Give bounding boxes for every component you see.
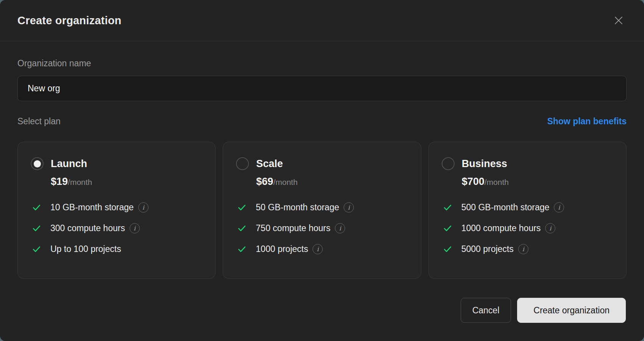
dialog-header: Create organization <box>0 0 644 41</box>
select-plan-row: Select plan Show plan benefits <box>17 116 627 127</box>
org-name-label: Organization name <box>17 58 627 69</box>
feature-row: 1000 projects i <box>236 243 408 255</box>
checkmark-icon <box>32 244 42 254</box>
plan-price: $69/month <box>256 176 408 188</box>
close-icon <box>613 15 624 26</box>
price-period: /month <box>273 178 297 186</box>
price-amount: $700 <box>462 176 485 187</box>
plan-features: 500 GB-month storage i 1000 compute hour… <box>442 202 613 255</box>
info-icon[interactable]: i <box>313 244 323 254</box>
create-organization-button[interactable]: Create organization <box>517 298 626 323</box>
plan-head: Scale <box>236 157 408 170</box>
dialog-title: Create organization <box>17 14 122 27</box>
feature-text: 1000 compute hours <box>461 223 541 233</box>
info-icon[interactable]: i <box>545 223 555 233</box>
price-period: /month <box>68 178 92 186</box>
info-icon[interactable]: i <box>554 202 564 213</box>
info-icon[interactable]: i <box>335 223 345 233</box>
checkmark-icon <box>32 203 42 212</box>
radio-business[interactable] <box>442 157 455 170</box>
feature-text: 300 compute hours <box>50 223 125 233</box>
feature-text: 10 GB-month storage <box>50 202 134 213</box>
price-amount: $69 <box>256 176 273 187</box>
feature-row: 300 compute hours i <box>31 222 202 234</box>
feature-row: 750 compute hours i <box>236 222 408 234</box>
plan-card-launch[interactable]: Launch $19/month 10 GB-month storage i 3… <box>17 142 216 279</box>
feature-text: 50 GB-month storage <box>256 202 339 213</box>
feature-text: 1000 projects <box>256 244 308 254</box>
checkmark-icon <box>443 224 453 233</box>
price-period: /month <box>485 178 509 186</box>
radio-scale[interactable] <box>236 157 249 170</box>
plan-card-scale[interactable]: Scale $69/month 50 GB-month storage i 75… <box>223 142 421 279</box>
dialog-body: Organization name Select plan Show plan … <box>0 41 644 298</box>
feature-text: 5000 projects <box>461 244 514 254</box>
plan-features: 10 GB-month storage i 300 compute hours … <box>31 202 202 255</box>
feature-text: Up to 100 projects <box>50 244 121 254</box>
feature-text: 500 GB-month storage <box>461 202 550 213</box>
plan-name: Launch <box>51 158 87 170</box>
checkmark-icon <box>443 244 453 254</box>
feature-text: 750 compute hours <box>256 223 330 233</box>
feature-row: 5000 projects i <box>442 243 613 255</box>
select-plan-label: Select plan <box>17 116 61 127</box>
org-name-input[interactable] <box>17 76 627 101</box>
feature-row: 50 GB-month storage i <box>236 202 408 213</box>
feature-row: 1000 compute hours i <box>442 222 613 234</box>
close-button[interactable] <box>611 13 627 28</box>
info-icon[interactable]: i <box>130 223 140 233</box>
plan-price: $19/month <box>51 176 202 188</box>
create-organization-dialog: Create organization Organization name Se… <box>0 0 644 341</box>
cancel-button[interactable]: Cancel <box>461 298 511 323</box>
checkmark-icon <box>237 224 248 233</box>
radio-launch[interactable] <box>31 157 44 170</box>
plan-head: Launch <box>31 157 202 170</box>
info-icon[interactable]: i <box>138 202 148 213</box>
info-icon[interactable]: i <box>518 244 528 254</box>
feature-row: 10 GB-month storage i <box>31 202 202 213</box>
checkmark-icon <box>443 203 453 212</box>
plan-name: Scale <box>256 158 283 170</box>
show-plan-benefits-link[interactable]: Show plan benefits <box>547 116 627 127</box>
plan-card-business[interactable]: Business $700/month 500 GB-month storage… <box>428 142 627 279</box>
plan-features: 50 GB-month storage i 750 compute hours … <box>236 202 408 255</box>
plan-name: Business <box>462 158 507 170</box>
checkmark-icon <box>32 224 42 233</box>
dialog-footer: Cancel Create organization <box>0 298 644 341</box>
checkmark-icon <box>237 244 248 254</box>
feature-row: 500 GB-month storage i <box>442 202 613 213</box>
plan-price: $700/month <box>462 176 613 188</box>
info-icon[interactable]: i <box>344 202 354 213</box>
checkmark-icon <box>237 203 248 212</box>
plan-cards: Launch $19/month 10 GB-month storage i 3… <box>17 142 627 279</box>
plan-head: Business <box>442 157 613 170</box>
feature-row: Up to 100 projects <box>31 243 202 255</box>
price-amount: $19 <box>51 176 68 187</box>
